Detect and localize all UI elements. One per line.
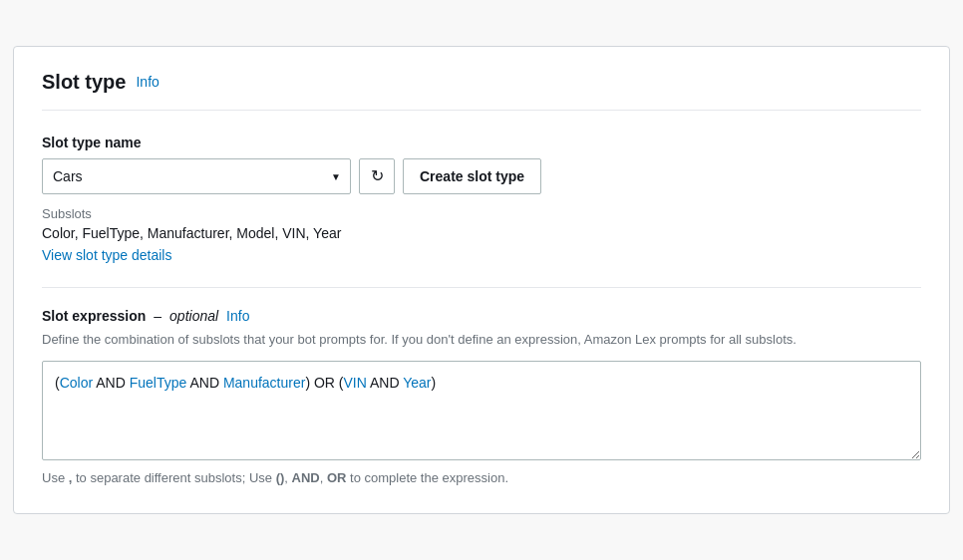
- expression-description: Define the combination of subslots that …: [42, 330, 921, 350]
- comma-3: ,: [320, 470, 327, 485]
- expression-textarea[interactable]: (Color AND FuelType AND Manufacturer) OR…: [42, 361, 921, 460]
- expr-and-2: AND: [186, 375, 223, 391]
- expr-year: Year: [403, 375, 431, 391]
- expr-close-open-2: ) OR (: [305, 375, 343, 391]
- expr-and-1: AND: [93, 375, 130, 391]
- slot-type-name-label: Slot type name: [42, 135, 921, 150]
- expression-title: Slot expression: [42, 308, 146, 324]
- subslots-values: Color, FuelType, Manufacturer, Model, VI…: [42, 225, 921, 241]
- expr-and-3: AND: [367, 375, 403, 391]
- slot-select-wrapper: Cars Custom ▼: [42, 158, 351, 194]
- subslots-label: Subslots: [42, 206, 921, 221]
- and-hint: AND: [292, 470, 320, 485]
- expression-info-link[interactable]: Info: [226, 308, 249, 324]
- input-row: Cars Custom ▼ ↻ Create slot type: [42, 158, 921, 194]
- slot-type-name-section: Slot type name Cars Custom ▼ ↻ Create sl…: [42, 135, 921, 287]
- expression-dash: –: [154, 308, 161, 324]
- comma-2: ,: [284, 470, 291, 485]
- expr-paren-close: ): [431, 375, 436, 391]
- expr-fueltype: FuelType: [130, 375, 187, 391]
- expr-vin: VIN: [343, 375, 366, 391]
- expression-header: Slot expression – optional Info: [42, 308, 921, 324]
- refresh-icon: ↻: [371, 166, 384, 185]
- main-panel: Slot type Info Slot type name Cars Custo…: [13, 46, 950, 515]
- section-divider: [42, 287, 921, 288]
- or-hint: OR: [327, 470, 347, 485]
- refresh-button[interactable]: ↻: [359, 158, 395, 194]
- view-slot-type-details-link[interactable]: View slot type details: [42, 247, 171, 263]
- expr-manufacturer: Manufacturer: [223, 375, 305, 391]
- paren-hint: (): [276, 470, 285, 485]
- page-title: Slot type: [42, 71, 126, 94]
- create-slot-type-button[interactable]: Create slot type: [403, 158, 541, 194]
- expr-color: Color: [60, 375, 93, 391]
- panel-header: Slot type Info: [42, 71, 921, 111]
- slot-expression-section: Slot expression – optional Info Define t…: [42, 308, 921, 486]
- expression-hint: Use , to separate different subslots; Us…: [42, 470, 921, 485]
- header-info-link[interactable]: Info: [136, 74, 159, 90]
- expression-display: (Color AND FuelType AND Manufacturer) OR…: [55, 372, 908, 394]
- expression-optional-label: optional: [169, 308, 218, 324]
- comma-hint: ,: [69, 470, 73, 485]
- slot-type-select[interactable]: Cars Custom: [42, 158, 351, 194]
